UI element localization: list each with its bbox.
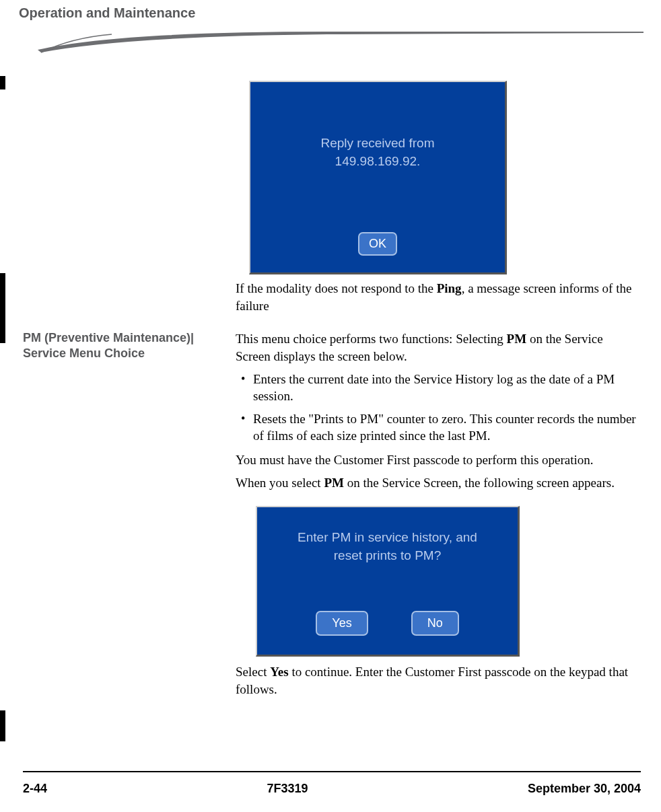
no-button[interactable]: No	[411, 611, 459, 636]
ok-button[interactable]: OK	[358, 232, 397, 256]
ping-failure-caption: If the modality does not respond to the …	[236, 280, 639, 314]
change-bar	[0, 273, 5, 343]
dialog-text-line: reset prints to PM?	[257, 547, 518, 565]
footer-doc-number: 7F3319	[267, 782, 308, 796]
list-item: Resets the "Prints to PM" counter to zer…	[236, 410, 639, 445]
section-side-heading: PM (Preventive Maintenance)| Service Men…	[23, 330, 222, 496]
caption-bold: Yes	[270, 665, 288, 679]
dialog-text-line: 149.98.169.92.	[250, 153, 505, 171]
body-bold: PM	[324, 476, 344, 490]
pm-confirm-dialog: Enter PM in service history, and reset p…	[256, 506, 520, 657]
list-item: Enters the current date into the Service…	[236, 371, 639, 405]
footer-page-number: 2-44	[23, 782, 47, 796]
caption-bold: Ping	[437, 281, 462, 295]
select-yes-caption: Select Yes to continue. Enter the Custom…	[236, 663, 639, 698]
caption-text: Select	[236, 665, 270, 679]
header-swoosh	[18, 24, 643, 58]
caption-text: If the modality does not respond to the	[236, 281, 437, 295]
ping-reply-dialog: Reply received from 149.98.169.92. OK	[249, 81, 507, 274]
caption-text: to continue. Enter the Customer First pa…	[236, 665, 628, 696]
body-text: This menu choice performs two functions:…	[236, 332, 507, 346]
body-text: You must have the Customer First passcod…	[236, 451, 639, 469]
change-bar	[0, 710, 5, 741]
yes-button[interactable]: Yes	[316, 611, 368, 636]
body-text: on the Service Screen, the following scr…	[344, 476, 615, 490]
dialog-text-line: Enter PM in service history, and	[257, 529, 518, 547]
page-header-title: Operation and Maintenance	[0, 0, 661, 21]
change-bar	[0, 76, 5, 89]
dialog-text-line: Reply received from	[250, 135, 505, 153]
body-text: When you select	[236, 476, 324, 490]
page-footer: 2-44 7F3319 September 30, 2004	[23, 771, 641, 796]
body-bold: PM	[507, 332, 527, 346]
section-body: This menu choice performs two functions:…	[236, 330, 639, 496]
footer-date: September 30, 2004	[528, 782, 641, 796]
